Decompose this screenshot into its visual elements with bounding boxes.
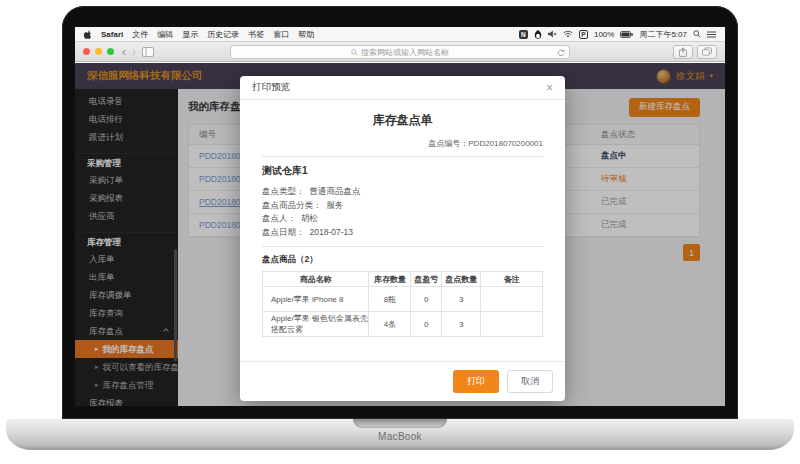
safari-toolbar: ‹ › 搜索网站或输入网站名称 xyxy=(75,42,725,62)
laptop-screen-bezel: Safari 文件 编辑 显示 历史记录 书签 窗口 帮助 N xyxy=(62,6,738,419)
cell-remark xyxy=(481,287,543,312)
menubar-item-bookmarks[interactable]: 书签 xyxy=(248,29,264,40)
col-remark: 备注 xyxy=(481,272,543,287)
menubar-item-history[interactable]: 历史记录 xyxy=(207,29,239,40)
menubar-item-help[interactable]: 帮助 xyxy=(298,29,314,40)
warehouse-name: 测试仓库1 xyxy=(262,164,543,178)
field-stocktaker: 盘点人：胡松 xyxy=(262,212,543,226)
document-title: 库存盘点单 xyxy=(262,112,543,129)
cell-counted-qty: 3 xyxy=(442,287,481,312)
stocktake-number: 盘点编号：PDD2018070200001 xyxy=(262,138,543,149)
cell-stock-qty: 8瓶 xyxy=(369,287,411,312)
field-goods-category: 盘点商品分类：服务 xyxy=(262,199,543,213)
macbook-base: MacBook xyxy=(6,419,794,450)
cell-product-name: Apple/苹果 银色铝金属表壳搭配云雾 xyxy=(263,312,369,337)
col-product-name: 商品名称 xyxy=(263,272,369,287)
cell-surplus-deficit: 0 xyxy=(411,287,442,312)
goods-header-row: 商品名称 库存数量 盘盈亏 盘点数量 备注 xyxy=(263,272,543,287)
col-surplus-deficit: 盘盈亏 xyxy=(411,272,442,287)
field-stocktake-type: 盘点类型：普通商品盘点 xyxy=(262,185,543,199)
menubar-item-file[interactable]: 文件 xyxy=(132,29,148,40)
forward-button[interactable]: › xyxy=(132,47,136,57)
input-method-icon[interactable]: N xyxy=(519,30,528,39)
zoom-window-button[interactable] xyxy=(107,48,114,55)
col-counted-qty: 盘点数量 xyxy=(442,272,481,287)
close-icon[interactable]: × xyxy=(546,82,553,94)
search-icon xyxy=(351,49,358,56)
cell-counted-qty: 3 xyxy=(442,312,481,337)
notification-center-icon[interactable] xyxy=(707,31,716,38)
cell-surplus-deficit: 0 xyxy=(411,312,442,337)
cell-product-name: Apple/苹果 iPhone 8 xyxy=(263,287,369,312)
menubar-item-window[interactable]: 窗口 xyxy=(273,29,289,40)
cell-remark xyxy=(481,312,543,337)
parallels-icon[interactable]: P xyxy=(579,30,588,39)
cell-stock-qty: 4条 xyxy=(369,312,411,337)
menubar-item-safari[interactable]: Safari xyxy=(101,30,123,39)
close-window-button[interactable] xyxy=(83,48,90,55)
goods-row: Apple/苹果 银色铝金属表壳搭配云雾 4条 0 3 xyxy=(263,312,543,337)
address-bar[interactable]: 搜索网站或输入网站名称 xyxy=(230,45,570,59)
minimize-window-button[interactable] xyxy=(95,48,102,55)
macbook-lid-notch xyxy=(353,419,447,428)
menubar-item-edit[interactable]: 编辑 xyxy=(157,29,173,40)
goods-table: 商品名称 库存数量 盘盈亏 盘点数量 备注 Apple/苹果 iPhone 8 xyxy=(262,271,543,337)
cancel-button[interactable]: 取消 xyxy=(507,370,553,393)
battery-icon xyxy=(620,31,633,38)
share-button[interactable] xyxy=(673,45,693,59)
address-placeholder: 搜索网站或输入网站名称 xyxy=(361,47,449,58)
back-button[interactable]: ‹ xyxy=(122,47,126,57)
tabs-overview-button[interactable] xyxy=(697,45,717,59)
modal-title: 打印预览 xyxy=(252,81,290,94)
reload-icon[interactable] xyxy=(557,49,565,57)
volume-muted-icon[interactable] xyxy=(548,30,557,38)
window-controls xyxy=(83,48,114,55)
col-stock-qty: 库存数量 xyxy=(369,272,411,287)
menubar-item-view[interactable]: 显示 xyxy=(182,29,198,40)
spotlight-search-icon[interactable] xyxy=(693,30,701,38)
qq-penguin-icon[interactable] xyxy=(534,30,542,39)
sidebar-toggle-icon[interactable] xyxy=(142,47,154,57)
web-page: 深信服网络科技有限公司 徐文娟 ▾ 电话录音 电话排行 跟进计划 采购管理 采购 xyxy=(75,63,725,406)
battery-percent: 100% xyxy=(594,30,614,39)
print-button[interactable]: 打印 xyxy=(453,370,499,393)
apple-icon[interactable] xyxy=(84,30,92,39)
macos-menubar: Safari 文件 编辑 显示 历史记录 书签 窗口 帮助 N xyxy=(75,27,725,42)
menubar-clock[interactable]: 周二下午5:07 xyxy=(639,29,687,40)
screen: Safari 文件 编辑 显示 历史记录 书签 窗口 帮助 N xyxy=(75,27,725,406)
print-preview-modal: 打印预览 × 库存盘点单 盘点编号：PDD2018070200001 测试仓库1… xyxy=(240,76,565,401)
goods-section-title: 盘点商品（2） xyxy=(262,254,543,266)
goods-row: Apple/苹果 iPhone 8 8瓶 0 3 xyxy=(263,287,543,312)
field-stocktake-date: 盘点日期：2018-07-13 xyxy=(262,226,543,240)
wifi-icon[interactable] xyxy=(563,30,573,38)
macbook-mockup: Safari 文件 编辑 显示 历史记录 书签 窗口 帮助 N xyxy=(0,0,800,464)
